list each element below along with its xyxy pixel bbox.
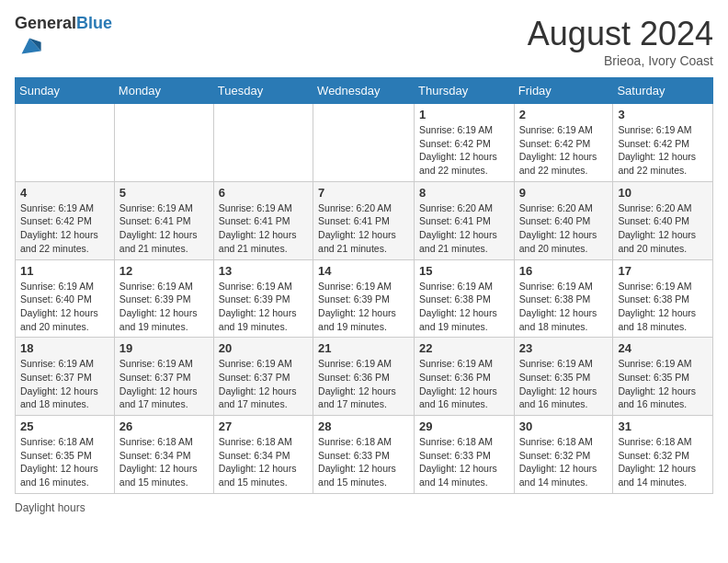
day-number: 14 xyxy=(318,264,409,278)
day-number: 8 xyxy=(419,186,509,200)
calendar-cell: 24Sunrise: 6:19 AM Sunset: 6:35 PM Dayli… xyxy=(613,338,713,416)
day-info: Sunrise: 6:19 AM Sunset: 6:41 PM Dayligh… xyxy=(219,201,308,256)
day-number: 4 xyxy=(20,186,109,200)
day-info: Sunrise: 6:20 AM Sunset: 6:40 PM Dayligh… xyxy=(618,201,708,256)
calendar-cell: 22Sunrise: 6:19 AM Sunset: 6:36 PM Dayli… xyxy=(415,338,515,416)
calendar-cell: 28Sunrise: 6:18 AM Sunset: 6:33 PM Dayli… xyxy=(313,416,415,494)
day-info: Sunrise: 6:19 AM Sunset: 6:42 PM Dayligh… xyxy=(419,123,509,178)
calendar-cell: 5Sunrise: 6:19 AM Sunset: 6:41 PM Daylig… xyxy=(114,181,213,259)
day-info: Sunrise: 6:18 AM Sunset: 6:35 PM Dayligh… xyxy=(20,435,109,489)
daylight-legend: Daylight hours xyxy=(15,501,85,514)
calendar-cell: 11Sunrise: 6:19 AM Sunset: 6:40 PM Dayli… xyxy=(16,259,115,338)
calendar-cell: 8Sunrise: 6:20 AM Sunset: 6:41 PM Daylig… xyxy=(415,181,515,259)
calendar-week-row: 4Sunrise: 6:19 AM Sunset: 6:42 PM Daylig… xyxy=(16,181,713,259)
page-header: GeneralBlue August 2024 Brieoa, Ivory Co… xyxy=(15,15,713,68)
calendar-cell: 29Sunrise: 6:18 AM Sunset: 6:33 PM Dayli… xyxy=(415,416,515,494)
day-number: 15 xyxy=(419,264,509,278)
day-header-wednesday: Wednesday xyxy=(313,78,415,104)
calendar-cell: 12Sunrise: 6:19 AM Sunset: 6:39 PM Dayli… xyxy=(114,259,213,338)
day-number: 9 xyxy=(519,186,609,200)
day-info: Sunrise: 6:19 AM Sunset: 6:42 PM Dayligh… xyxy=(20,201,109,256)
calendar-cell: 1Sunrise: 6:19 AM Sunset: 6:42 PM Daylig… xyxy=(415,104,515,182)
day-number: 18 xyxy=(20,341,109,355)
calendar-cell: 30Sunrise: 6:18 AM Sunset: 6:32 PM Dayli… xyxy=(514,416,613,494)
day-info: Sunrise: 6:19 AM Sunset: 6:42 PM Dayligh… xyxy=(519,123,609,178)
calendar-cell: 18Sunrise: 6:19 AM Sunset: 6:37 PM Dayli… xyxy=(16,338,115,416)
day-number: 29 xyxy=(419,419,509,433)
day-info: Sunrise: 6:19 AM Sunset: 6:36 PM Dayligh… xyxy=(318,357,409,411)
title-block: August 2024 Brieoa, Ivory Coast xyxy=(528,15,713,68)
calendar-cell: 7Sunrise: 6:20 AM Sunset: 6:41 PM Daylig… xyxy=(313,181,415,259)
day-number: 26 xyxy=(119,419,209,433)
calendar-header-row: SundayMondayTuesdayWednesdayThursdayFrid… xyxy=(16,78,713,104)
location-subtitle: Brieoa, Ivory Coast xyxy=(528,53,713,68)
day-number: 28 xyxy=(318,419,409,433)
calendar-table: SundayMondayTuesdayWednesdayThursdayFrid… xyxy=(15,77,713,494)
day-number: 25 xyxy=(20,419,109,433)
calendar-cell: 9Sunrise: 6:20 AM Sunset: 6:40 PM Daylig… xyxy=(514,181,613,259)
calendar-cell xyxy=(16,104,115,182)
day-number: 1 xyxy=(419,108,509,121)
day-info: Sunrise: 6:19 AM Sunset: 6:36 PM Dayligh… xyxy=(419,357,509,411)
calendar-cell: 26Sunrise: 6:18 AM Sunset: 6:34 PM Dayli… xyxy=(114,416,213,494)
day-number: 2 xyxy=(519,108,609,121)
day-info: Sunrise: 6:19 AM Sunset: 6:37 PM Dayligh… xyxy=(219,357,308,411)
day-info: Sunrise: 6:19 AM Sunset: 6:35 PM Dayligh… xyxy=(519,357,609,411)
calendar-cell xyxy=(213,104,313,182)
calendar-cell: 13Sunrise: 6:19 AM Sunset: 6:39 PM Dayli… xyxy=(213,259,313,338)
day-number: 30 xyxy=(519,419,609,433)
calendar-cell: 2Sunrise: 6:19 AM Sunset: 6:42 PM Daylig… xyxy=(514,104,613,182)
calendar-cell: 17Sunrise: 6:19 AM Sunset: 6:38 PM Dayli… xyxy=(613,259,713,338)
day-number: 20 xyxy=(219,341,308,355)
calendar-cell: 10Sunrise: 6:20 AM Sunset: 6:40 PM Dayli… xyxy=(613,181,713,259)
day-number: 16 xyxy=(519,264,609,278)
calendar-cell: 23Sunrise: 6:19 AM Sunset: 6:35 PM Dayli… xyxy=(514,338,613,416)
day-info: Sunrise: 6:20 AM Sunset: 6:41 PM Dayligh… xyxy=(318,201,409,256)
day-info: Sunrise: 6:19 AM Sunset: 6:37 PM Dayligh… xyxy=(20,357,109,411)
day-header-monday: Monday xyxy=(114,78,213,104)
day-number: 5 xyxy=(119,186,209,200)
day-info: Sunrise: 6:20 AM Sunset: 6:40 PM Dayligh… xyxy=(519,201,609,256)
day-info: Sunrise: 6:19 AM Sunset: 6:37 PM Dayligh… xyxy=(119,357,209,411)
calendar-week-row: 25Sunrise: 6:18 AM Sunset: 6:35 PM Dayli… xyxy=(16,416,713,494)
calendar-cell: 21Sunrise: 6:19 AM Sunset: 6:36 PM Dayli… xyxy=(313,338,415,416)
day-number: 19 xyxy=(119,341,209,355)
day-number: 31 xyxy=(618,419,708,433)
day-number: 7 xyxy=(318,186,409,200)
day-info: Sunrise: 6:18 AM Sunset: 6:34 PM Dayligh… xyxy=(119,435,209,489)
day-number: 21 xyxy=(318,341,409,355)
calendar-cell: 6Sunrise: 6:19 AM Sunset: 6:41 PM Daylig… xyxy=(213,181,313,259)
calendar-cell: 15Sunrise: 6:19 AM Sunset: 6:38 PM Dayli… xyxy=(415,259,515,338)
calendar-cell: 25Sunrise: 6:18 AM Sunset: 6:35 PM Dayli… xyxy=(16,416,115,494)
calendar-cell xyxy=(114,104,213,182)
day-number: 13 xyxy=(219,264,308,278)
day-info: Sunrise: 6:19 AM Sunset: 6:39 PM Dayligh… xyxy=(318,280,409,334)
day-info: Sunrise: 6:18 AM Sunset: 6:32 PM Dayligh… xyxy=(618,435,708,489)
day-number: 23 xyxy=(519,341,609,355)
logo: GeneralBlue xyxy=(15,15,112,63)
day-info: Sunrise: 6:19 AM Sunset: 6:40 PM Dayligh… xyxy=(20,280,109,334)
day-number: 3 xyxy=(618,108,708,121)
day-number: 27 xyxy=(219,419,308,433)
day-info: Sunrise: 6:19 AM Sunset: 6:39 PM Dayligh… xyxy=(219,280,308,334)
day-header-sunday: Sunday xyxy=(16,78,115,104)
day-header-saturday: Saturday xyxy=(613,78,713,104)
calendar-week-row: 11Sunrise: 6:19 AM Sunset: 6:40 PM Dayli… xyxy=(16,259,713,338)
day-info: Sunrise: 6:19 AM Sunset: 6:38 PM Dayligh… xyxy=(618,280,708,334)
day-info: Sunrise: 6:20 AM Sunset: 6:41 PM Dayligh… xyxy=(419,201,509,256)
day-header-friday: Friday xyxy=(514,78,613,104)
month-year-title: August 2024 xyxy=(528,15,713,53)
day-header-thursday: Thursday xyxy=(415,78,515,104)
day-number: 11 xyxy=(20,264,109,278)
day-header-tuesday: Tuesday xyxy=(213,78,313,104)
calendar-cell: 20Sunrise: 6:19 AM Sunset: 6:37 PM Dayli… xyxy=(213,338,313,416)
calendar-cell: 19Sunrise: 6:19 AM Sunset: 6:37 PM Dayli… xyxy=(114,338,213,416)
day-info: Sunrise: 6:19 AM Sunset: 6:35 PM Dayligh… xyxy=(618,357,708,411)
day-number: 24 xyxy=(618,341,708,355)
day-info: Sunrise: 6:19 AM Sunset: 6:42 PM Dayligh… xyxy=(618,123,708,178)
calendar-cell xyxy=(313,104,415,182)
day-info: Sunrise: 6:19 AM Sunset: 6:39 PM Dayligh… xyxy=(119,280,209,334)
day-number: 10 xyxy=(618,186,708,200)
calendar-cell: 3Sunrise: 6:19 AM Sunset: 6:42 PM Daylig… xyxy=(613,104,713,182)
day-info: Sunrise: 6:18 AM Sunset: 6:33 PM Dayligh… xyxy=(318,435,409,489)
